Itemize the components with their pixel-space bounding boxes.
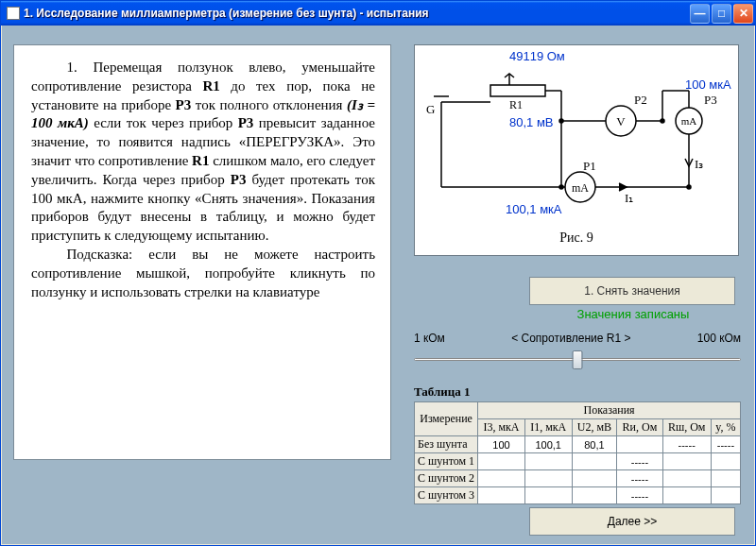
table-row: Без шунта 100 100,1 80,1 ----- ----- bbox=[415, 436, 741, 453]
client-area: 1. Перемещая ползунок влево, уменьшайте … bbox=[2, 26, 754, 544]
th-y: y, % bbox=[711, 419, 740, 436]
th-i3: I3, мкА bbox=[478, 419, 525, 436]
svg-point-23 bbox=[559, 185, 563, 189]
i3-label: I₃ bbox=[695, 157, 703, 172]
app-icon bbox=[7, 7, 20, 20]
instruction-paragraph-2: Подсказка: если вы не можете настроить с… bbox=[31, 246, 375, 301]
svg-rect-3 bbox=[490, 85, 545, 96]
p2-mv-value: 80,1 мВ bbox=[509, 115, 554, 129]
results-table: Измерение Показания I3, мкА I1, мкА U2, … bbox=[414, 401, 741, 504]
table-title: Таблица 1 bbox=[414, 384, 741, 400]
table-row: С шунтом 1 ----- bbox=[415, 453, 741, 470]
th-readings: Показания bbox=[478, 402, 741, 419]
svg-point-25 bbox=[687, 185, 691, 189]
svg-text:V: V bbox=[616, 114, 626, 128]
status-message: Значения записаны bbox=[529, 307, 737, 321]
window-title: 1. Исследование миллиамперметра (измерен… bbox=[24, 7, 690, 20]
p2-label: P2 bbox=[634, 93, 647, 108]
svg-point-24 bbox=[661, 119, 664, 123]
close-button[interactable]: ✕ bbox=[733, 4, 753, 24]
table-row: С шунтом 3 ----- bbox=[415, 487, 741, 504]
maximize-button[interactable]: □ bbox=[712, 4, 731, 24]
i1-label: I₁ bbox=[625, 191, 633, 206]
p3-label: P3 bbox=[704, 93, 717, 108]
instruction-paragraph-1: 1. Перемещая ползунок влево, уменьшайте … bbox=[31, 59, 375, 246]
g-label: G bbox=[426, 102, 435, 117]
th-u2: U2, мВ bbox=[572, 419, 617, 436]
table-row: С шунтом 2 ----- bbox=[415, 470, 741, 487]
circuit-diagram: V mA mA 49119 Ом 80,1 мВ 100 мкА 100,1 м… bbox=[414, 44, 739, 256]
r1-slider-area: 1 кОм < Сопротивление R1 > 100 кОм bbox=[414, 332, 741, 371]
results-table-area: Таблица 1 Измерение Показания I3, мкА I1… bbox=[414, 384, 741, 504]
svg-text:mA: mA bbox=[572, 181, 589, 195]
p1-ua-value: 100,1 мкА bbox=[506, 202, 561, 216]
r1-ohm-value: 49119 Ом bbox=[509, 49, 565, 63]
svg-point-22 bbox=[559, 119, 563, 123]
slider-max-label: 100 кОм bbox=[697, 332, 741, 345]
titlebar: 1. Исследование миллиамперметра (измерен… bbox=[1, 1, 755, 26]
minimize-button[interactable]: — bbox=[690, 4, 710, 24]
p1-label: P1 bbox=[583, 159, 596, 174]
app-window: 1. Исследование миллиамперметра (измерен… bbox=[0, 0, 756, 546]
th-rsh: Rш, Ом bbox=[662, 419, 711, 436]
p3-ua-value: 100 мкА bbox=[685, 77, 731, 92]
th-measure: Измерение bbox=[415, 402, 478, 436]
svg-text:mA: mA bbox=[681, 115, 697, 127]
slider-min-label: 1 кОм bbox=[414, 332, 445, 345]
next-button[interactable]: Далее >> bbox=[529, 507, 735, 536]
slider-name-label: < Сопротивление R1 > bbox=[511, 332, 630, 345]
slider-thumb[interactable] bbox=[573, 350, 583, 369]
th-i1: I1, мкА bbox=[524, 419, 572, 436]
instructions-panel: 1. Перемещая ползунок влево, уменьшайте … bbox=[13, 44, 391, 460]
figure-caption: Рис. 9 bbox=[415, 230, 738, 246]
th-ri: Rи, Ом bbox=[617, 419, 662, 436]
r1-label: R1 bbox=[509, 98, 523, 112]
take-readings-button[interactable]: 1. Снять значения bbox=[529, 277, 735, 305]
r1-slider[interactable] bbox=[414, 349, 741, 371]
